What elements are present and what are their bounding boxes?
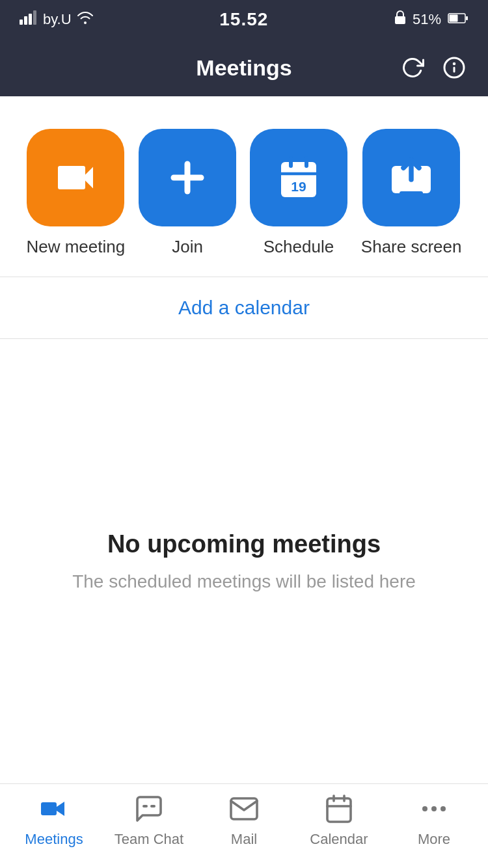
empty-title: No upcoming meetings <box>107 530 381 558</box>
new-meeting-icon <box>27 129 124 226</box>
svg-rect-21 <box>327 798 351 822</box>
nav-calendar[interactable]: Calendar <box>300 792 378 848</box>
join-button[interactable]: Join <box>139 129 236 257</box>
schedule-icon: 19 <box>250 129 347 226</box>
status-left: by.U <box>20 10 94 29</box>
info-button[interactable] <box>440 53 468 82</box>
svg-rect-6 <box>466 16 468 20</box>
svg-rect-20 <box>41 802 57 815</box>
team-chat-nav-icon <box>132 792 166 826</box>
nav-mail-label: Mail <box>231 831 257 848</box>
carrier-label: by.U <box>43 11 72 28</box>
nav-team-chat-label: Team Chat <box>115 831 183 848</box>
more-nav-icon <box>417 792 451 826</box>
nav-meetings[interactable]: Meetings <box>15 792 93 848</box>
schedule-button[interactable]: 19 Schedule <box>250 129 347 257</box>
nav-mail[interactable]: Mail <box>205 792 283 848</box>
svg-point-25 <box>422 806 427 811</box>
battery-percent: 51% <box>413 11 441 28</box>
header: Meetings <box>0 39 488 96</box>
join-label: Join <box>172 237 203 257</box>
status-time: 15.52 <box>219 9 268 30</box>
new-meeting-button[interactable]: New meeting <box>26 129 125 257</box>
header-actions <box>398 53 468 82</box>
bottom-nav: Meetings Team Chat Mail <box>0 783 488 868</box>
share-screen-label: Share screen <box>361 237 462 257</box>
add-calendar-button[interactable]: Add a calendar <box>0 277 488 338</box>
nav-meetings-label: Meetings <box>25 831 83 848</box>
share-screen-icon <box>362 129 460 226</box>
new-meeting-label: New meeting <box>26 237 125 257</box>
svg-rect-3 <box>33 10 36 25</box>
svg-point-26 <box>431 806 437 811</box>
svg-rect-2 <box>29 14 32 25</box>
page-title: Meetings <box>196 55 291 81</box>
battery-icon <box>448 11 468 28</box>
add-calendar-label: Add a calendar <box>178 297 310 318</box>
refresh-button[interactable] <box>398 53 427 82</box>
schedule-label: Schedule <box>264 237 334 257</box>
wifi-icon <box>77 11 94 28</box>
share-screen-button[interactable]: Share screen <box>361 129 462 257</box>
nav-more[interactable]: More <box>395 792 473 848</box>
svg-rect-7 <box>449 15 457 22</box>
mail-nav-icon <box>227 792 261 826</box>
nav-more-label: More <box>418 831 450 848</box>
nav-calendar-label: Calendar <box>310 831 368 848</box>
svg-rect-1 <box>24 16 27 25</box>
calendar-nav-icon <box>322 792 356 826</box>
join-icon <box>139 129 236 226</box>
status-bar: by.U 15.52 51% <box>0 0 488 39</box>
svg-text:19: 19 <box>291 179 306 194</box>
svg-point-27 <box>441 806 446 811</box>
signal-icon <box>20 10 38 29</box>
empty-subtitle: The scheduled meetings will be listed he… <box>72 571 416 592</box>
svg-rect-4 <box>395 16 405 24</box>
status-right: 51% <box>394 10 468 29</box>
meetings-nav-icon <box>37 792 71 826</box>
svg-rect-0 <box>20 20 23 25</box>
nav-team-chat[interactable]: Team Chat <box>110 792 188 848</box>
empty-state: No upcoming meetings The scheduled meeti… <box>0 339 488 783</box>
actions-row: New meeting Join 19 Schedule <box>0 96 488 277</box>
lock-icon <box>394 10 406 29</box>
